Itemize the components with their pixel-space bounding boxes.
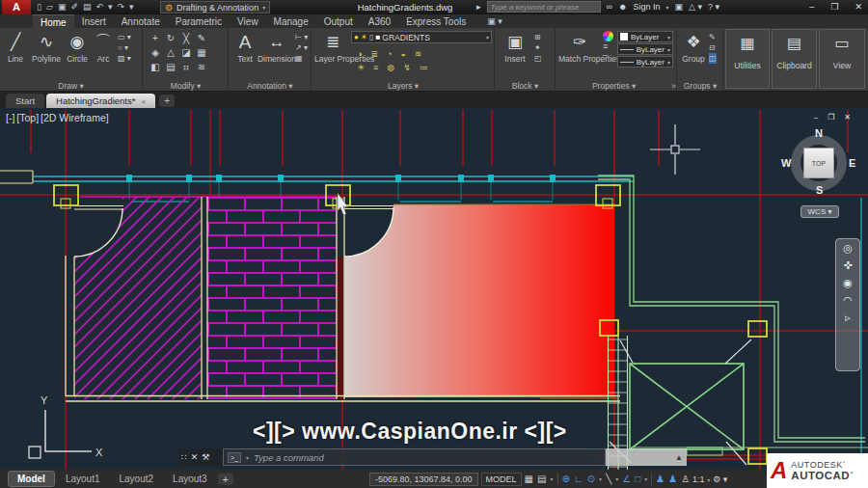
modify-tool-icon[interactable]: ↻ xyxy=(163,31,178,45)
panel-view[interactable]: ▭ View ▾ xyxy=(819,29,865,89)
ribbon-tab-manage[interactable]: Manage xyxy=(266,14,316,28)
group-tool-icon[interactable]: ◫ xyxy=(709,53,717,64)
modify-tool-icon[interactable]: ◪ xyxy=(178,45,194,60)
annotation-scale-button[interactable]: 1:1 ▾ xyxy=(692,474,710,484)
navbar-tool-icon[interactable]: ◠ xyxy=(843,294,853,306)
a360-alert-icon[interactable]: △ ▾ xyxy=(689,2,702,12)
autoscale-icon[interactable]: ♟ xyxy=(668,474,677,484)
text-button[interactable]: A Text xyxy=(233,30,257,64)
object-snap-tracking-icon[interactable]: ∠ xyxy=(622,474,631,484)
panel-label-draw[interactable]: Draw ▾ xyxy=(0,81,142,91)
layer-tool-icon[interactable]: ◑ xyxy=(357,47,362,61)
file-tab-active-document[interactable]: HatchingGradients*× xyxy=(46,94,155,108)
panel-label-layers[interactable]: Layers ▾ xyxy=(312,81,494,91)
app-store-cart-icon[interactable]: ▣ xyxy=(674,2,683,12)
viewport-minus-control[interactable]: [-] xyxy=(6,112,14,123)
command-prompt-icon[interactable]: >_ xyxy=(228,452,241,463)
modify-tool-icon[interactable]: ✎ xyxy=(194,31,209,45)
help-icon[interactable]: ? ▾ xyxy=(708,2,719,12)
expand-history-icon[interactable]: ▲ xyxy=(675,453,683,462)
block-flyout-icon[interactable]: ◰ xyxy=(534,53,542,64)
layer-tool-rows[interactable]: ◑≣◔◒≋☀≡◍↯≔ xyxy=(357,47,492,74)
qat-tool-icon[interactable]: ▾ xyxy=(108,1,113,14)
customization-gear-button[interactable]: ⚙ ▾ xyxy=(713,474,727,484)
chevron-down-icon[interactable]: ▾ xyxy=(246,454,249,461)
close-icon[interactable]: × xyxy=(141,97,146,106)
navbar-tool-icon[interactable]: ▹ xyxy=(845,312,851,323)
annotation-visibility-icon[interactable]: ♟ xyxy=(656,474,665,484)
panel-utilities[interactable]: ▦ Utilities ▾ xyxy=(725,29,770,89)
model-tab[interactable]: Model xyxy=(8,471,55,487)
modify-tool-icon[interactable]: △ xyxy=(163,45,178,60)
group-tool-icon[interactable]: ✎ xyxy=(709,32,717,42)
app-menu-button[interactable]: A xyxy=(2,0,31,14)
layer-tool-icon[interactable]: ☀ xyxy=(357,61,365,74)
interface-icon[interactable]: ▣ ▾ xyxy=(487,14,502,28)
panel-label-properties[interactable]: Properties ▾ » xyxy=(556,81,676,91)
command-input-placeholder[interactable]: Type a command xyxy=(254,452,324,463)
dimension-button[interactable]: ↔ Dimension xyxy=(257,30,297,64)
binoculars-search-icon[interactable]: ∞ xyxy=(607,2,612,12)
layer-tool-icon[interactable]: ≋ xyxy=(415,47,422,61)
modify-tool-icon[interactable]: + xyxy=(148,31,163,45)
annotation-flyout-icon[interactable]: ⊢ ▾ xyxy=(295,32,308,42)
qat-tool-icon[interactable]: ↷ xyxy=(118,1,125,14)
color-select[interactable]: ByLayer ▾ xyxy=(617,31,673,42)
chevron-down-icon[interactable]: ▾ xyxy=(644,475,647,482)
circle-button[interactable]: ◉ Circle xyxy=(64,30,91,64)
qat-tool-icon[interactable]: ▾ xyxy=(129,1,134,14)
object-snap-icon[interactable]: □ xyxy=(635,474,640,484)
viewport-visual-style-control[interactable]: [2D Wireframe] xyxy=(41,112,109,123)
modify-tool-icon[interactable]: ⠶ xyxy=(178,60,194,74)
chevron-down-icon[interactable]: ▾ xyxy=(599,475,602,482)
sign-in-button[interactable]: Sign In xyxy=(633,2,660,12)
modify-tool-icon[interactable]: ▦ xyxy=(194,45,209,60)
polar-tracking-icon[interactable]: ⊙ xyxy=(587,474,595,484)
draw-flyout-icon[interactable]: ▨ ▾ xyxy=(118,53,131,64)
match-properties-button[interactable]: ✑ Match Properties xyxy=(558,30,601,64)
command-history-strip[interactable]: ▲ xyxy=(606,448,687,466)
modify-tool-icon[interactable]: ◈ xyxy=(148,45,163,60)
modify-tool-icon[interactable]: ◧ xyxy=(148,60,163,74)
workspace-switcher[interactable]: ⚙ Drafting & Annotation ▾ xyxy=(160,1,270,14)
panel-label-block[interactable]: Block ▾ xyxy=(496,81,555,91)
panel-label-groups[interactable]: Groups ▾ xyxy=(678,81,722,91)
panel-label-modify[interactable]: Modify ▾ xyxy=(144,81,228,91)
group-tool-icon[interactable]: ⊟ xyxy=(709,42,717,53)
panel-label-annotation[interactable]: Annotation ▾ xyxy=(230,81,311,91)
qat-tool-icon[interactable]: ▣ xyxy=(58,1,67,14)
lineweight-icon[interactable]: ≡ xyxy=(603,41,613,51)
wrench-icon[interactable]: ⚒ xyxy=(202,452,209,462)
group-button[interactable]: ❖ Group xyxy=(680,30,707,64)
ortho-mode-icon[interactable]: ∟ xyxy=(574,474,583,484)
block-flyout-icon[interactable]: ⊞ xyxy=(534,32,542,42)
ribbon-tab-output[interactable]: Output xyxy=(316,14,361,28)
ribbon-tab-insert[interactable]: Insert xyxy=(74,14,114,28)
lineweight-select[interactable]: ByLayer ▾ xyxy=(617,43,673,55)
modify-tools-grid[interactable]: +↻╳✎◈△◪▦◧▤⠶≋ xyxy=(148,31,209,74)
minimize-button[interactable]: – xyxy=(814,113,818,122)
expand-search-icon[interactable]: ▸ xyxy=(476,2,481,12)
model-space[interactable]: Y X xyxy=(0,108,868,470)
compass-south[interactable]: S xyxy=(816,184,823,196)
bulb-icon[interactable]: ● xyxy=(354,33,359,41)
linetype-icon[interactable]: ┄ xyxy=(603,51,613,61)
modify-tool-icon[interactable]: ╳ xyxy=(178,31,194,45)
navbar-tool-icon[interactable]: ◎ xyxy=(843,242,853,254)
ribbon-tab-parametric[interactable]: Parametric xyxy=(168,14,230,28)
layer-tool-icon[interactable]: ◒ xyxy=(400,47,405,61)
file-tab-start[interactable]: Start xyxy=(6,94,44,108)
chevron-down-icon[interactable]: ▾ xyxy=(665,4,668,11)
qat-tool-icon[interactable]: ▱ xyxy=(46,1,53,14)
compass-north[interactable]: N xyxy=(815,127,823,139)
qat-tool-icon[interactable]: ↶ xyxy=(95,1,103,14)
ribbon-tab-home[interactable]: Home xyxy=(33,14,74,28)
minimize-button[interactable]: – xyxy=(809,0,814,14)
arc-button[interactable]: ⌒ Arc xyxy=(92,30,115,64)
chevron-down-icon[interactable]: ▾ xyxy=(851,80,868,88)
restore-button[interactable]: ❐ xyxy=(830,0,838,14)
linetype-select[interactable]: ByLayer ▾ xyxy=(617,56,673,68)
qat-tool-icon[interactable]: ▤ xyxy=(83,1,92,14)
modify-tool-icon[interactable]: ▤ xyxy=(163,60,178,74)
new-layout-button[interactable]: + xyxy=(218,474,233,485)
